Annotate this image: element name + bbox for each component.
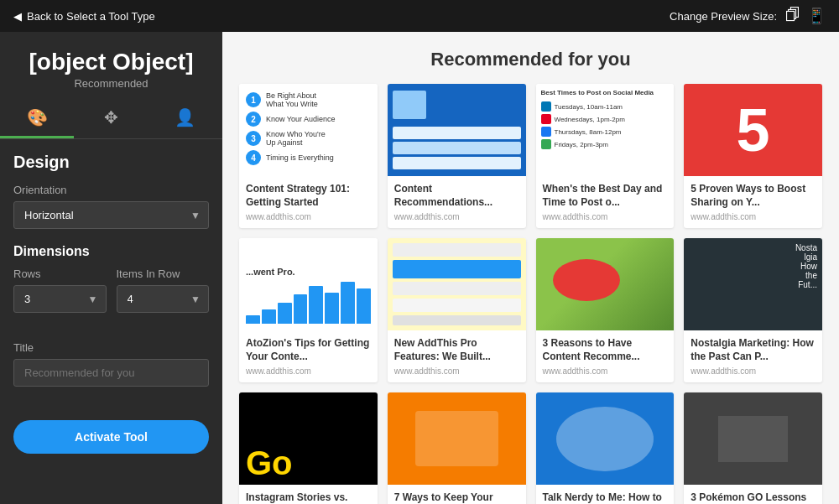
main-layout: [object Object] Recommended 🎨 ✥ 👤 Design… xyxy=(0,32,839,504)
card-body: Nostalgia Marketing: How the Past Can P.… xyxy=(684,330,822,382)
design-icon: 🎨 xyxy=(27,107,48,127)
orientation-select[interactable]: Horizontal Vertical xyxy=(13,201,209,229)
title-input[interactable] xyxy=(13,359,209,387)
section-title: Design xyxy=(13,153,209,172)
list-item[interactable]: 3 Pokémon GO Lessons For Social... www.a… xyxy=(684,392,822,504)
card-title: Nostalgia Marketing: How the Past Can P.… xyxy=(690,337,816,363)
dimensions-row: Rows 3 1 2 4 5 ▼ xyxy=(13,268,209,328)
preview-icons: 🗍 📱 xyxy=(785,7,826,25)
card-url: www.addthis.com xyxy=(543,212,668,221)
card-thumbnail xyxy=(684,392,822,485)
list-item[interactable]: 5 5 Proven Ways to Boost Sharing on Y...… xyxy=(684,84,822,228)
card-url: www.addthis.com xyxy=(246,366,371,376)
card-thumbnail xyxy=(388,238,526,330)
orientation-label: Orientation xyxy=(13,184,209,196)
list-item[interactable]: Best Times to Post on Social Media Tuesd… xyxy=(536,84,675,228)
list-item[interactable]: ...went Pro. AtoZion's Tips for Getting … xyxy=(239,238,378,382)
back-label: Back to Select a Tool Type xyxy=(27,10,155,23)
card-thumbnail xyxy=(388,84,526,176)
card-title: Talk Nerdy to Me: How to Run Cassan... xyxy=(543,491,668,504)
items-in-row-select-wrapper: 4 1 2 3 5 ▼ xyxy=(117,285,210,313)
card-title: Content Recommendations... xyxy=(394,183,519,209)
card-title: Content Strategy 101: Getting Started xyxy=(246,183,371,209)
card-body: When's the Best Day and Time to Post o..… xyxy=(536,176,675,228)
card-thumbnail: Best Times to Post on Social Media Tuesd… xyxy=(536,84,675,176)
list-item[interactable]: New AddThis Pro Features: We Built... ww… xyxy=(388,238,526,382)
card-body: Talk Nerdy to Me: How to Run Cassan... w… xyxy=(536,485,675,504)
card-thumbnail xyxy=(536,238,675,330)
card-thumbnail xyxy=(388,392,526,485)
tab-design[interactable]: 🎨 xyxy=(0,98,74,138)
dimensions-section: Dimensions Rows 3 1 2 4 5 ▼ xyxy=(13,244,209,328)
cards-grid: 1 Be Right AboutWhat You Write 2 Know Yo… xyxy=(239,84,822,504)
rows-select[interactable]: 3 1 2 4 5 xyxy=(13,285,107,313)
content-title: Recommended for you xyxy=(239,49,822,70)
card-thumbnail: Go xyxy=(239,392,378,485)
card-body: AtoZion's Tips for Getting Your Conte...… xyxy=(239,330,378,382)
card-url: www.addthis.com xyxy=(543,366,668,376)
sidebar-section: Design Orientation Horizontal Vertical ▼… xyxy=(0,153,222,413)
sidebar-subtitle: Recommended xyxy=(13,77,209,90)
card-body: New AddThis Pro Features: We Built... ww… xyxy=(388,330,526,382)
card-body: 5 Proven Ways to Boost Sharing on Y... w… xyxy=(684,176,822,228)
preview-size-label: Change Preview Size: xyxy=(670,10,777,23)
dimensions-label: Dimensions xyxy=(13,244,209,259)
rows-field: Rows 3 1 2 4 5 ▼ xyxy=(13,268,107,328)
tab-user[interactable]: 👤 xyxy=(149,98,222,138)
title-section: Title xyxy=(13,341,209,387)
card-body: Content Strategy 101: Getting Started ww… xyxy=(239,176,378,228)
card-title: 7 Ways to Keep Your Website or Blog Co..… xyxy=(394,491,519,504)
list-item[interactable]: Go Instagram Stories vs. Snapchat Storie… xyxy=(239,392,378,504)
items-in-row-field: Items In Row 4 1 2 3 5 ▼ xyxy=(117,268,210,328)
card-title: When's the Best Day and Time to Post o..… xyxy=(543,183,668,209)
list-item[interactable]: 1 Be Right AboutWhat You Write 2 Know Yo… xyxy=(239,84,378,228)
items-in-row-label: Items In Row xyxy=(117,268,210,280)
user-icon: 👤 xyxy=(175,107,195,127)
top-bar: ◀ Back to Select a Tool Type Change Prev… xyxy=(0,0,839,32)
card-thumbnail xyxy=(536,392,675,485)
list-item[interactable]: NostalgiaHowtheFut... Nostalgia Marketin… xyxy=(684,238,822,382)
card-title: AtoZion's Tips for Getting Your Conte... xyxy=(246,337,371,363)
tab-move[interactable]: ✥ xyxy=(74,98,148,138)
card-thumbnail: 1 Be Right AboutWhat You Write 2 Know Yo… xyxy=(239,84,378,176)
card-body: 7 Ways to Keep Your Website or Blog Co..… xyxy=(388,485,526,504)
rows-select-wrapper: 3 1 2 4 5 ▼ xyxy=(13,285,107,313)
orientation-select-wrapper: Horizontal Vertical ▼ xyxy=(13,201,209,229)
card-url: www.addthis.com xyxy=(690,366,816,376)
card-url: www.addthis.com xyxy=(246,212,371,221)
card-thumbnail: NostalgiaHowtheFut... xyxy=(684,238,822,330)
sidebar-title: [object Object] xyxy=(13,49,209,75)
list-item[interactable]: Content Recommendations... www.addthis.c… xyxy=(388,84,526,228)
card-url: www.addthis.com xyxy=(690,212,816,221)
card-body: 3 Pokémon GO Lessons For Social... www.a… xyxy=(684,485,822,504)
sidebar-tabs: 🎨 ✥ 👤 xyxy=(0,98,222,139)
list-item[interactable]: 3 Reasons to Have Content Recomme... www… xyxy=(536,238,675,382)
desktop-preview-icon[interactable]: 🗍 xyxy=(785,7,800,25)
card-url: www.addthis.com xyxy=(394,212,519,221)
list-item[interactable]: Talk Nerdy to Me: How to Run Cassan... w… xyxy=(536,392,675,504)
orientation-field: Orientation Horizontal Vertical ▼ xyxy=(13,184,209,229)
card-url: www.addthis.com xyxy=(394,366,519,376)
card-title: 5 Proven Ways to Boost Sharing on Y... xyxy=(690,183,816,209)
sidebar: [object Object] Recommended 🎨 ✥ 👤 Design… xyxy=(0,32,222,504)
move-icon: ✥ xyxy=(104,107,118,127)
card-thumbnail: ...went Pro. xyxy=(239,238,378,330)
card-title: Instagram Stories vs. Snapchat Stories: … xyxy=(246,491,371,504)
card-title: New AddThis Pro Features: We Built... xyxy=(394,337,519,363)
content-area: Recommended for you 1 Be Right AboutWhat… xyxy=(222,32,839,504)
card-body: Content Recommendations... www.addthis.c… xyxy=(388,176,526,228)
card-title: 3 Reasons to Have Content Recomme... xyxy=(543,337,668,363)
card-body: 3 Reasons to Have Content Recomme... www… xyxy=(536,330,675,382)
preview-size-control: Change Preview Size: 🗍 📱 xyxy=(670,7,826,25)
card-body: Instagram Stories vs. Snapchat Stories: … xyxy=(239,485,378,504)
list-item[interactable]: 7 Ways to Keep Your Website or Blog Co..… xyxy=(388,392,526,504)
card-thumbnail: 5 xyxy=(684,84,822,176)
back-link[interactable]: ◀ Back to Select a Tool Type xyxy=(13,10,155,23)
mobile-preview-icon[interactable]: 📱 xyxy=(807,7,826,25)
items-in-row-select[interactable]: 4 1 2 3 5 xyxy=(117,285,210,313)
back-arrow-icon: ◀ xyxy=(13,10,22,23)
card-title: 3 Pokémon GO Lessons For Social... xyxy=(690,491,816,504)
activate-tool-button[interactable]: Activate Tool xyxy=(13,420,209,454)
sidebar-header: [object Object] Recommended xyxy=(0,32,222,98)
title-label: Title xyxy=(13,341,209,354)
